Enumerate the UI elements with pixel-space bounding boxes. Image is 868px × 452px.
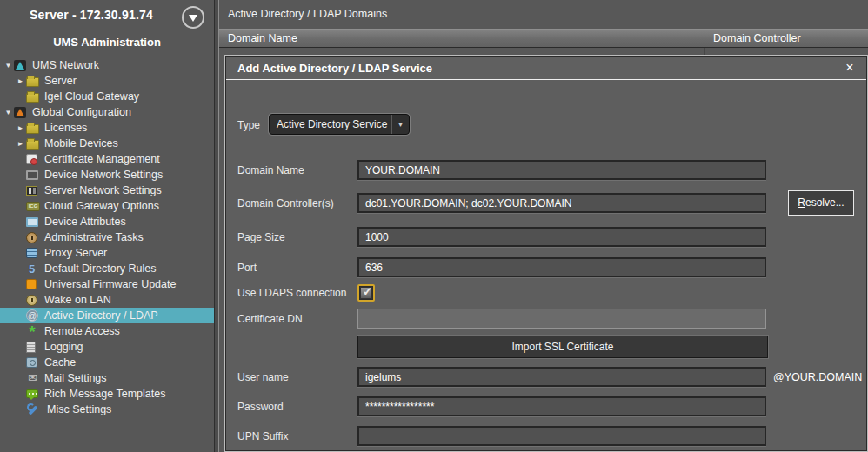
resolve-button[interactable]: Resolve... xyxy=(788,190,854,216)
ums-administration-window: Server - 172.30.91.74 UMS Administration… xyxy=(0,0,868,452)
use-ldaps-label: Use LDAPS connection xyxy=(237,287,346,299)
sidebar-item-ums-network[interactable]: ▼UMS Network xyxy=(0,57,214,73)
server-network-icon xyxy=(26,186,37,196)
user-name-domain-suffix: @YOUR.DOMAIN xyxy=(773,371,862,383)
wrench-icon xyxy=(26,403,41,416)
logging-doc-icon xyxy=(26,342,36,353)
sidebar-item-universal-firmware-update[interactable]: Universal Firmware Update xyxy=(0,276,214,292)
expander-right-icon[interactable]: ► xyxy=(15,124,26,132)
password-input[interactable] xyxy=(357,396,766,416)
type-label: Type xyxy=(237,119,260,131)
sidebar-item-label: Cache xyxy=(43,356,76,369)
column-header-domain-controller[interactable]: Domain Controller xyxy=(704,30,868,47)
navigation-sidebar: Server - 172.30.91.74 UMS Administration… xyxy=(0,0,214,452)
upn-suffix-input[interactable] xyxy=(357,426,766,446)
message-bubble-icon xyxy=(26,389,38,398)
add-ad-ldap-service-dialog: Add Active Directory / LDAP Service × Ty… xyxy=(224,55,868,452)
sidebar-item-server-network-settings[interactable]: Server Network Settings xyxy=(0,183,214,198)
chevron-down-icon: ▼ xyxy=(391,115,409,134)
sidebar-item-label: Server Network Settings xyxy=(43,184,162,196)
close-icon[interactable]: × xyxy=(842,60,858,76)
sidebar-item-misc-settings[interactable]: Misc Settings xyxy=(0,402,214,417)
dialog-title: Add Active Directory / LDAP Service xyxy=(237,62,432,75)
type-dropdown-value: Active Directory Service xyxy=(270,118,391,130)
use-ldaps-checkbox[interactable]: ✓ xyxy=(357,284,375,302)
folder-icon xyxy=(26,93,39,103)
sidebar-item-certificate-management[interactable]: Certificate Management xyxy=(0,151,214,167)
sidebar-item-label: Misc Settings xyxy=(46,403,111,415)
server-menu-button[interactable] xyxy=(182,6,204,29)
sidebar-item-label: Rich Message Templates xyxy=(43,388,165,400)
sidebar-item-label: Device Attributes xyxy=(43,216,126,228)
directory-rules-icon: 5 xyxy=(26,263,37,275)
cache-disk-icon xyxy=(26,357,37,368)
sidebar-item-cloud-gateway-options[interactable]: ICGCloud Gateway Options xyxy=(0,198,214,214)
sidebar-item-label: Mail Settings xyxy=(43,372,107,384)
check-icon: ✓ xyxy=(363,285,372,298)
sidebar-item-label: Universal Firmware Update xyxy=(43,278,176,290)
monitor-gray-icon xyxy=(26,170,38,180)
sidebar-item-label: Licenses xyxy=(43,122,87,134)
page-title: Active Directory / LDAP Domains xyxy=(228,8,387,20)
user-name-label: User name xyxy=(237,371,289,383)
certificate-icon xyxy=(26,154,37,164)
sidebar-item-mail-settings[interactable]: ✉Mail Settings xyxy=(0,370,214,386)
sidebar-item-label: Administrative Tasks xyxy=(43,231,144,243)
sidebar-item-server[interactable]: ►Server xyxy=(0,73,214,89)
sidebar-item-label: Logging xyxy=(43,341,83,353)
sidebar-item-proxy-server[interactable]: Proxy Server xyxy=(0,245,214,261)
type-dropdown[interactable]: Active Directory Service ▼ xyxy=(269,114,410,135)
sidebar-item-device-attributes[interactable]: Device Attributes xyxy=(0,214,214,229)
domain-controllers-label: Domain Controller(s) xyxy=(237,197,334,209)
page-size-input[interactable] xyxy=(357,227,766,247)
server-title: Server - 172.30.91.74 xyxy=(0,8,183,22)
port-input[interactable] xyxy=(357,257,766,277)
column-header-domain-name[interactable]: Domain Name xyxy=(219,30,704,47)
sidebar-item-label: Proxy Server xyxy=(43,247,107,259)
sidebar-item-label: Remote Access xyxy=(43,325,120,337)
expander-down-icon[interactable]: ▼ xyxy=(3,62,14,70)
upn-suffix-label: UPN Suffix xyxy=(237,430,288,442)
sidebar-item-default-directory-rules[interactable]: 5Default Directory Rules xyxy=(0,261,214,276)
sidebar-item-label: Mobile Devices xyxy=(43,137,118,150)
sidebar-item-label: Cloud Gateway Options xyxy=(43,200,159,212)
domains-table-header: Domain Name Domain Controller xyxy=(219,29,868,48)
sidebar-item-active-directory-ldap[interactable]: @Active Directory / LDAP xyxy=(0,308,214,323)
expander-down-icon[interactable]: ▼ xyxy=(3,109,14,116)
import-ssl-certificate-button[interactable]: Import SSL Certificate xyxy=(357,336,768,358)
sidebar-item-licenses[interactable]: ►Licenses xyxy=(0,120,214,136)
sidebar-item-remote-access[interactable]: *Remote Access xyxy=(0,323,214,339)
clock-icon xyxy=(26,232,37,243)
sidebar-item-global-configuration[interactable]: ▼Global Configuration xyxy=(0,104,214,120)
certificate-dn-input xyxy=(357,309,766,329)
dialog-header: Add Active Directory / LDAP Service × xyxy=(226,56,866,80)
chevron-down-icon xyxy=(189,15,197,22)
monitor-blue-icon xyxy=(26,217,38,227)
sidebar-item-logging[interactable]: Logging xyxy=(0,339,214,355)
user-name-input[interactable] xyxy=(357,367,766,387)
domain-name-input[interactable] xyxy=(357,160,766,180)
sidebar-item-administrative-tasks[interactable]: Administrative Tasks xyxy=(0,229,214,245)
domain-controllers-input[interactable] xyxy=(357,193,766,213)
sidebar-item-label: Igel Cloud Gateway xyxy=(43,90,139,103)
expander-right-icon[interactable]: ► xyxy=(15,77,26,85)
sidebar-item-label: Active Directory / LDAP xyxy=(43,309,158,322)
sidebar-item-device-network-settings[interactable]: Device Network Settings xyxy=(0,167,214,183)
domain-name-label: Domain Name xyxy=(237,164,304,176)
ums-network-logo-icon xyxy=(14,60,26,71)
expander-right-icon[interactable]: ► xyxy=(15,140,26,148)
sidebar-item-igel-cloud-gateway[interactable]: Igel Cloud Gateway xyxy=(0,89,214,104)
port-label: Port xyxy=(237,262,257,274)
sidebar-item-cache[interactable]: Cache xyxy=(0,355,214,370)
alarm-clock-icon xyxy=(26,295,37,306)
icg-badge-icon: ICG xyxy=(26,202,40,211)
sidebar-item-label: Default Directory Rules xyxy=(43,263,157,275)
checkbox-box: ✓ xyxy=(360,287,372,299)
password-label: Password xyxy=(237,401,284,413)
at-circle-icon: @ xyxy=(26,309,38,322)
sidebar-item-rich-message-templates[interactable]: Rich Message Templates xyxy=(0,386,214,402)
sidebar-item-mobile-devices[interactable]: ►Mobile Devices xyxy=(0,136,214,151)
folder-icon xyxy=(26,77,39,87)
sidebar-item-label: UMS Network xyxy=(31,59,99,71)
sidebar-item-wake-on-lan[interactable]: Wake on LAN xyxy=(0,292,214,308)
